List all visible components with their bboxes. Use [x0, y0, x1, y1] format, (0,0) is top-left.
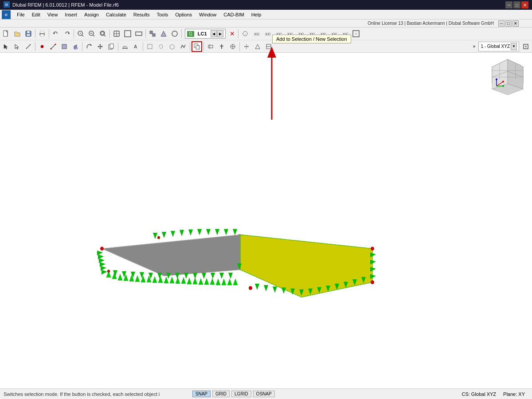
- svg-rect-12: [40, 34, 44, 36]
- sep-tb2-3: [118, 42, 118, 51]
- grid-indicator[interactable]: GRID: [212, 391, 230, 397]
- tb2-more-5[interactable]: [252, 41, 263, 52]
- lc-value: LC1: [196, 31, 209, 36]
- tb2-text[interactable]: A: [131, 41, 141, 52]
- snap-indicator[interactable]: SNAP: [192, 391, 211, 397]
- tb2-polygon-select[interactable]: [167, 41, 177, 52]
- tb2-box-select[interactable]: [145, 41, 155, 52]
- svg-marker-105: [158, 277, 163, 283]
- maximize-button[interactable]: □: [513, 1, 520, 8]
- svg-marker-32: [161, 31, 166, 36]
- menu-options[interactable]: Options: [172, 11, 196, 18]
- license-close-button[interactable]: ✕: [512, 20, 519, 27]
- license-minimize-button[interactable]: ─: [498, 20, 505, 27]
- coord-system-area: 1 - Global XYZ ▼: [478, 42, 519, 51]
- menu-file[interactable]: File: [13, 11, 28, 18]
- left-edge-supports: [97, 250, 107, 274]
- tooltip-text: Add to Selection / New Selection: [276, 36, 347, 42]
- tb2-rotate[interactable]: [84, 41, 94, 52]
- svg-text:xxx: xxx: [265, 31, 270, 36]
- tb2-node[interactable]: [37, 41, 47, 52]
- minimize-button[interactable]: ─: [505, 1, 512, 8]
- tb2-solid[interactable]: [70, 41, 81, 52]
- tb2-last[interactable]: [520, 41, 531, 52]
- svg-marker-64: [98, 46, 99, 47]
- tb-redo[interactable]: [62, 28, 72, 39]
- sep-3: [74, 29, 74, 38]
- tb2-fence-select[interactable]: [178, 41, 188, 52]
- tb-element-1[interactable]: [147, 28, 158, 39]
- menu-bar: D File Edit View Insert Assign Calculate…: [0, 10, 532, 20]
- tb-zoom-in[interactable]: [75, 28, 86, 39]
- tb-zoom-fit[interactable]: [98, 28, 108, 39]
- license-maximize-button[interactable]: □: [505, 20, 512, 27]
- tb2-copy[interactable]: [106, 41, 117, 52]
- tb2-more-2[interactable]: [216, 41, 227, 52]
- svg-marker-168: [97, 250, 103, 255]
- close-results-button[interactable]: ✕: [228, 29, 237, 38]
- tb-render-1[interactable]: [111, 28, 122, 39]
- tb-extra-2[interactable]: xxx: [251, 28, 262, 39]
- tb2-more-1[interactable]: [205, 41, 216, 52]
- nav-cube[interactable]: [488, 57, 528, 97]
- tb2-move[interactable]: [95, 41, 106, 52]
- tb-print[interactable]: [37, 28, 47, 39]
- svg-text:dim: dim: [123, 45, 127, 48]
- yellow-panel[interactable]: [240, 235, 372, 297]
- coord-system-dropdown-button[interactable]: ▼: [511, 43, 517, 50]
- tb2-more-4[interactable]: [241, 41, 252, 52]
- svg-marker-114: [210, 278, 215, 285]
- close-button[interactable]: ✕: [521, 1, 528, 8]
- lgrid-indicator[interactable]: LGRID: [231, 391, 251, 397]
- svg-rect-73: [148, 44, 152, 49]
- tb-new[interactable]: [1, 28, 12, 39]
- tb2-lasso-select[interactable]: [156, 41, 166, 52]
- tb2-line[interactable]: [48, 41, 59, 52]
- tb2-select[interactable]: [12, 41, 23, 52]
- osnap-indicator[interactable]: OSNAP: [253, 391, 275, 397]
- tb-element-3[interactable]: [169, 28, 180, 39]
- svg-line-53: [51, 44, 55, 49]
- license-bar: Online License 13 | Bastian Ackermann | …: [0, 20, 532, 27]
- lc-prev-button[interactable]: ◀: [211, 30, 217, 37]
- tb2-more-3[interactable]: [227, 41, 238, 52]
- svg-marker-150: [282, 288, 286, 294]
- svg-text:D: D: [5, 3, 8, 7]
- tb-render-2[interactable]: [122, 28, 133, 39]
- menu-edit[interactable]: Edit: [28, 11, 44, 18]
- svg-marker-149: [273, 286, 277, 293]
- tb-zoom-out[interactable]: [86, 28, 97, 39]
- tb2-pencil[interactable]: [23, 41, 34, 52]
- menu-insert[interactable]: Insert: [61, 11, 81, 18]
- menu-window[interactable]: Window: [196, 11, 220, 18]
- add-to-selection-button[interactable]: [192, 41, 202, 52]
- svg-line-50: [30, 44, 31, 45]
- tb-extra-3[interactable]: xxx: [262, 28, 273, 39]
- tb2-dimensions[interactable]: dim: [120, 41, 130, 52]
- svg-rect-78: [208, 45, 213, 48]
- tb-open[interactable]: [12, 28, 23, 39]
- menu-help[interactable]: Help: [248, 11, 265, 18]
- tb-save[interactable]: [23, 28, 34, 39]
- svg-point-167: [249, 286, 252, 290]
- tb-render-3[interactable]: [133, 28, 144, 39]
- svg-line-23: [104, 35, 106, 36]
- tb-extra-1[interactable]: i: [240, 28, 250, 39]
- tb-fullscreen[interactable]: +: [351, 28, 361, 39]
- menu-assign[interactable]: Assign: [81, 11, 102, 18]
- menu-view[interactable]: View: [44, 11, 62, 18]
- svg-marker-115: [216, 279, 220, 285]
- svg-point-33: [172, 31, 177, 36]
- lc-next-button[interactable]: ▶: [217, 30, 223, 37]
- svg-marker-147: [255, 284, 259, 290]
- menu-tools[interactable]: Tools: [153, 11, 172, 18]
- tb2-cursor[interactable]: [1, 41, 12, 52]
- menu-results[interactable]: Results: [130, 11, 153, 18]
- cs-label: CS: Global XYZ: [462, 391, 496, 397]
- tb-undo[interactable]: [51, 28, 61, 39]
- tb2-surface[interactable]: [59, 41, 70, 52]
- menu-cad-bim[interactable]: CAD-BIM: [220, 11, 247, 18]
- tb-element-2[interactable]: [158, 28, 169, 39]
- menu-calculate[interactable]: Calculate: [102, 11, 130, 18]
- sep-1: [35, 29, 35, 38]
